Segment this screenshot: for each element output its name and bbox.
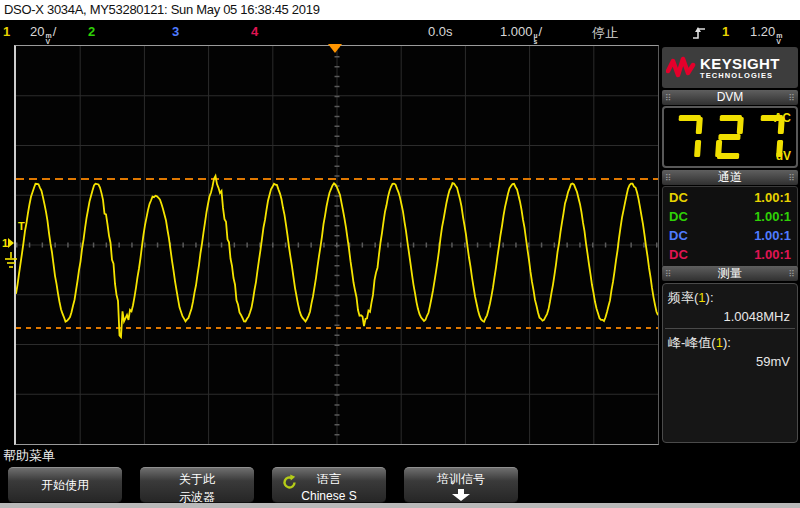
measurements-box: 频率(1): 1.0048MHz 峰-峰值(1): 59mV <box>662 283 798 443</box>
grip-icon: ⠿ <box>788 171 795 186</box>
measurement-peak-to-peak-value: 59mV <box>756 354 790 369</box>
softkey-get-started[interactable]: 开始使用 <box>8 467 122 503</box>
channel2-row[interactable]: DC1.00:1 <box>669 207 791 226</box>
channels-header[interactable]: ⠿ 通道 ⠿ <box>662 170 798 185</box>
dvm-unit: uV <box>776 149 791 163</box>
trigger-level-unit: mV <box>776 33 782 45</box>
waveform-graticule[interactable] <box>14 45 659 445</box>
right-triangle-icon <box>8 238 14 248</box>
ground-icon <box>3 252 19 273</box>
measurement-frequency-value: 1.0048MHz <box>724 309 790 324</box>
ch1-unit: mV <box>45 33 51 45</box>
trigger-level-marker[interactable]: T <box>18 220 25 232</box>
grip-icon: ⠿ <box>665 171 672 186</box>
logo-line1: KEYSIGHT <box>700 56 780 71</box>
channel1-scale[interactable]: 20mV/ <box>30 24 56 45</box>
grip-icon: ⠿ <box>788 267 795 282</box>
help-menu-label: 帮助菜单 <box>3 447 55 465</box>
refresh-arrow-icon <box>281 474 298 494</box>
dvm-display: AC uV <box>662 106 798 168</box>
trigger-edge-icon <box>692 25 706 43</box>
measurements-header[interactable]: ⠿ 测量 ⠿ <box>662 266 798 281</box>
channel4-status[interactable]: 4 <box>251 24 258 39</box>
channel1-reference-marker[interactable]: 1 <box>2 237 14 249</box>
side-panel: KEYSIGHT TECHNOLOGIES ⠿ DVM ⠿ AC uV ⠿ 通道… <box>660 45 800 508</box>
trigger-source[interactable]: 1 <box>722 24 729 39</box>
trigger-time-marker-icon[interactable] <box>328 44 342 53</box>
channel3-status[interactable]: 3 <box>172 24 179 39</box>
dvm-seven-segment-value <box>671 112 789 164</box>
waveform-svg <box>16 46 658 444</box>
channel3-row[interactable]: DC1.00:1 <box>669 226 791 245</box>
channel4-row[interactable]: DC1.00:1 <box>669 245 791 264</box>
dvm-header[interactable]: ⠿ DVM ⠿ <box>662 90 798 105</box>
logo-line2: TECHNOLOGIES <box>700 71 780 80</box>
dvm-mode: AC <box>774 111 791 125</box>
channels-box: DC1.00:1 DC1.00:1 DC1.00:1 DC1.00:1 <box>662 186 798 268</box>
run-state: 停止 <box>592 24 618 42</box>
status-bar: 1 20mV/ 2 3 4 0.0s 1.000µs/ 停止 1 1.20mV <box>0 20 800 45</box>
timebase-readout[interactable]: 1.000µs/ <box>500 24 542 45</box>
title-bar: DSO-X 3034A, MY53280121: Sun May 05 16:3… <box>0 0 800 20</box>
keysight-logo: KEYSIGHT TECHNOLOGIES <box>662 47 798 88</box>
divider <box>665 328 795 329</box>
grip-icon: ⠿ <box>665 267 672 282</box>
oscilloscope-screen: DSO-X 3034A, MY53280121: Sun May 05 16:3… <box>0 0 800 508</box>
timebase-unit: µs <box>534 33 538 45</box>
measurement-frequency-label: 频率(1): <box>668 289 714 307</box>
softkey-language[interactable]: 语言 Chinese S <box>272 467 386 503</box>
softkey-training-signals[interactable]: 培训信号 <box>404 467 518 503</box>
channel2-status[interactable]: 2 <box>88 24 95 39</box>
channel1-row[interactable]: DC1.00:1 <box>669 188 791 207</box>
grip-icon: ⠿ <box>665 91 672 106</box>
logo-waveform-icon <box>666 56 696 80</box>
channel1-status[interactable]: 1 <box>3 24 10 39</box>
trigger-level-readout[interactable]: 1.20mV <box>750 24 784 45</box>
grip-icon: ⠿ <box>788 91 795 106</box>
softkey-about-oscilloscope[interactable]: 关于此 示波器 <box>140 467 254 503</box>
model-serial-datetime: DSO-X 3034A, MY53280121: Sun May 05 16:3… <box>4 2 320 17</box>
delay-readout[interactable]: 0.0s <box>428 24 453 39</box>
measurement-peak-to-peak-label: 峰-峰值(1): <box>668 334 731 352</box>
